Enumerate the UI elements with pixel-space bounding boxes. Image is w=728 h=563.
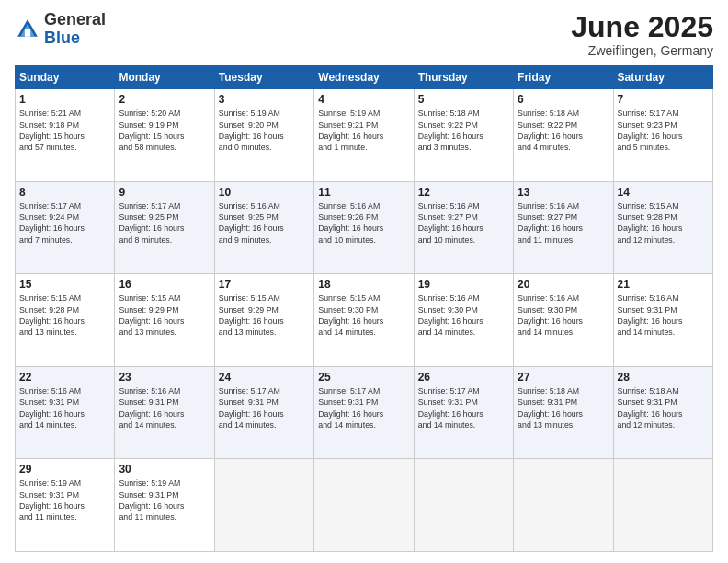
day-info: Sunrise: 5:15 AM Sunset: 9:29 PM Dayligh… bbox=[119, 293, 210, 338]
day-number: 9 bbox=[119, 186, 210, 199]
calendar-week-row: 29Sunrise: 5:19 AM Sunset: 9:31 PM Dayli… bbox=[16, 459, 713, 552]
day-info: Sunrise: 5:18 AM Sunset: 9:22 PM Dayligh… bbox=[418, 108, 509, 153]
table-row: 30Sunrise: 5:19 AM Sunset: 9:31 PM Dayli… bbox=[115, 459, 214, 552]
day-info: Sunrise: 5:16 AM Sunset: 9:27 PM Dayligh… bbox=[518, 201, 609, 246]
day-info: Sunrise: 5:16 AM Sunset: 9:26 PM Dayligh… bbox=[318, 201, 409, 246]
day-info: Sunrise: 5:21 AM Sunset: 9:18 PM Dayligh… bbox=[19, 108, 110, 153]
day-info: Sunrise: 5:15 AM Sunset: 9:28 PM Dayligh… bbox=[19, 293, 110, 338]
day-number: 14 bbox=[618, 186, 709, 199]
day-info: Sunrise: 5:16 AM Sunset: 9:31 PM Dayligh… bbox=[119, 385, 210, 431]
table-row bbox=[414, 459, 513, 552]
day-number: 2 bbox=[119, 93, 210, 106]
day-number: 24 bbox=[219, 371, 310, 384]
table-row: 18Sunrise: 5:15 AM Sunset: 9:30 PM Dayli… bbox=[314, 274, 414, 367]
day-number: 30 bbox=[119, 463, 210, 476]
table-row: 22Sunrise: 5:16 AM Sunset: 9:31 PM Dayli… bbox=[16, 366, 115, 459]
table-row: 8Sunrise: 5:17 AM Sunset: 9:24 PM Daylig… bbox=[16, 181, 115, 274]
day-number: 26 bbox=[418, 371, 509, 384]
col-wednesday: Wednesday bbox=[314, 66, 414, 89]
day-number: 20 bbox=[518, 278, 609, 291]
day-info: Sunrise: 5:17 AM Sunset: 9:31 PM Dayligh… bbox=[418, 385, 509, 431]
day-info: Sunrise: 5:17 AM Sunset: 9:31 PM Dayligh… bbox=[219, 385, 310, 431]
day-number: 11 bbox=[318, 186, 409, 199]
table-row: 7Sunrise: 5:17 AM Sunset: 9:23 PM Daylig… bbox=[613, 89, 712, 182]
day-number: 4 bbox=[318, 93, 409, 106]
calendar-week-row: 15Sunrise: 5:15 AM Sunset: 9:28 PM Dayli… bbox=[16, 274, 713, 367]
day-info: Sunrise: 5:17 AM Sunset: 9:24 PM Dayligh… bbox=[19, 201, 110, 246]
col-tuesday: Tuesday bbox=[214, 66, 313, 89]
day-number: 5 bbox=[418, 93, 509, 106]
day-number: 21 bbox=[618, 278, 709, 291]
table-row: 14Sunrise: 5:15 AM Sunset: 9:28 PM Dayli… bbox=[613, 181, 712, 274]
day-info: Sunrise: 5:16 AM Sunset: 9:31 PM Dayligh… bbox=[618, 293, 709, 338]
table-row: 21Sunrise: 5:16 AM Sunset: 9:31 PM Dayli… bbox=[613, 274, 712, 367]
day-info: Sunrise: 5:19 AM Sunset: 9:31 PM Dayligh… bbox=[119, 477, 210, 523]
table-row: 15Sunrise: 5:15 AM Sunset: 9:28 PM Dayli… bbox=[16, 274, 115, 367]
col-saturday: Saturday bbox=[613, 66, 712, 89]
day-number: 1 bbox=[19, 93, 110, 106]
day-number: 28 bbox=[618, 371, 709, 384]
day-info: Sunrise: 5:15 AM Sunset: 9:29 PM Dayligh… bbox=[219, 293, 310, 338]
header: General Blue June 2025 Zweiflingen, Germ… bbox=[15, 11, 713, 58]
page: General Blue June 2025 Zweiflingen, Germ… bbox=[0, 0, 728, 563]
table-row: 24Sunrise: 5:17 AM Sunset: 9:31 PM Dayli… bbox=[214, 366, 313, 459]
table-row: 26Sunrise: 5:17 AM Sunset: 9:31 PM Dayli… bbox=[414, 366, 513, 459]
col-thursday: Thursday bbox=[414, 66, 513, 89]
col-friday: Friday bbox=[514, 66, 613, 89]
day-info: Sunrise: 5:19 AM Sunset: 9:31 PM Dayligh… bbox=[19, 477, 110, 523]
table-row: 20Sunrise: 5:16 AM Sunset: 9:30 PM Dayli… bbox=[514, 274, 613, 367]
logo-text: General Blue bbox=[44, 11, 106, 48]
day-info: Sunrise: 5:19 AM Sunset: 9:20 PM Dayligh… bbox=[219, 108, 310, 153]
day-number: 18 bbox=[318, 278, 409, 291]
table-row bbox=[613, 459, 712, 552]
day-info: Sunrise: 5:18 AM Sunset: 9:31 PM Dayligh… bbox=[618, 385, 709, 431]
logo-general: General bbox=[44, 10, 106, 29]
day-number: 15 bbox=[19, 278, 110, 291]
table-row: 9Sunrise: 5:17 AM Sunset: 9:25 PM Daylig… bbox=[115, 181, 214, 274]
table-row: 5Sunrise: 5:18 AM Sunset: 9:22 PM Daylig… bbox=[414, 89, 513, 182]
calendar-title: June 2025 bbox=[571, 11, 713, 43]
table-row: 12Sunrise: 5:16 AM Sunset: 9:27 PM Dayli… bbox=[414, 181, 513, 274]
day-number: 13 bbox=[518, 186, 609, 199]
day-info: Sunrise: 5:16 AM Sunset: 9:30 PM Dayligh… bbox=[518, 293, 609, 338]
logo-icon bbox=[15, 17, 40, 42]
day-info: Sunrise: 5:17 AM Sunset: 9:23 PM Dayligh… bbox=[618, 108, 709, 153]
day-info: Sunrise: 5:16 AM Sunset: 9:30 PM Dayligh… bbox=[418, 293, 509, 338]
table-row bbox=[314, 459, 414, 552]
table-row bbox=[214, 459, 313, 552]
table-row: 19Sunrise: 5:16 AM Sunset: 9:30 PM Dayli… bbox=[414, 274, 513, 367]
calendar-subtitle: Zweiflingen, Germany bbox=[571, 43, 713, 58]
day-info: Sunrise: 5:16 AM Sunset: 9:31 PM Dayligh… bbox=[19, 385, 110, 431]
day-number: 16 bbox=[119, 278, 210, 291]
day-number: 12 bbox=[418, 186, 509, 199]
logo: General Blue bbox=[15, 11, 106, 48]
table-row: 16Sunrise: 5:15 AM Sunset: 9:29 PM Dayli… bbox=[115, 274, 214, 367]
table-row: 11Sunrise: 5:16 AM Sunset: 9:26 PM Dayli… bbox=[314, 181, 414, 274]
col-sunday: Sunday bbox=[16, 66, 115, 89]
day-number: 29 bbox=[19, 463, 110, 476]
day-info: Sunrise: 5:19 AM Sunset: 9:21 PM Dayligh… bbox=[318, 108, 409, 153]
calendar-week-row: 1Sunrise: 5:21 AM Sunset: 9:18 PM Daylig… bbox=[16, 89, 713, 182]
day-info: Sunrise: 5:20 AM Sunset: 9:19 PM Dayligh… bbox=[119, 108, 210, 153]
table-row: 17Sunrise: 5:15 AM Sunset: 9:29 PM Dayli… bbox=[214, 274, 313, 367]
day-number: 17 bbox=[219, 278, 310, 291]
table-row: 29Sunrise: 5:19 AM Sunset: 9:31 PM Dayli… bbox=[16, 459, 115, 552]
table-row: 25Sunrise: 5:17 AM Sunset: 9:31 PM Dayli… bbox=[314, 366, 414, 459]
title-block: June 2025 Zweiflingen, Germany bbox=[571, 11, 713, 58]
day-info: Sunrise: 5:15 AM Sunset: 9:30 PM Dayligh… bbox=[318, 293, 409, 338]
day-info: Sunrise: 5:18 AM Sunset: 9:22 PM Dayligh… bbox=[518, 108, 609, 153]
table-row: 1Sunrise: 5:21 AM Sunset: 9:18 PM Daylig… bbox=[16, 89, 115, 182]
table-row: 2Sunrise: 5:20 AM Sunset: 9:19 PM Daylig… bbox=[115, 89, 214, 182]
day-number: 6 bbox=[518, 93, 609, 106]
calendar-week-row: 22Sunrise: 5:16 AM Sunset: 9:31 PM Dayli… bbox=[16, 366, 713, 459]
day-number: 7 bbox=[618, 93, 709, 106]
day-number: 25 bbox=[318, 371, 409, 384]
day-info: Sunrise: 5:16 AM Sunset: 9:27 PM Dayligh… bbox=[418, 201, 509, 246]
day-number: 19 bbox=[418, 278, 509, 291]
day-number: 23 bbox=[119, 371, 210, 384]
day-number: 8 bbox=[19, 186, 110, 199]
table-row: 27Sunrise: 5:18 AM Sunset: 9:31 PM Dayli… bbox=[514, 366, 613, 459]
logo-blue: Blue bbox=[44, 29, 80, 47]
day-info: Sunrise: 5:17 AM Sunset: 9:31 PM Dayligh… bbox=[318, 385, 409, 431]
day-number: 27 bbox=[518, 371, 609, 384]
